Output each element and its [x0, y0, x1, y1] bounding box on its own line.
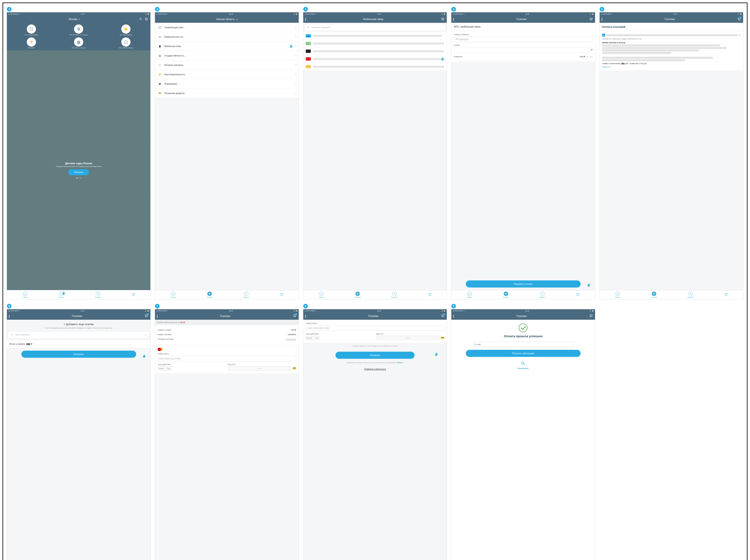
tab-payments[interactable]: Платежи [355, 291, 360, 298]
banner-pay-button[interactable]: Оплатить [68, 169, 89, 175]
tab-payments[interactable]: Платежи [651, 291, 657, 298]
search-icon[interactable] [139, 17, 142, 21]
provider-row[interactable] [303, 47, 447, 55]
checkbox[interactable]: ✓ [602, 34, 605, 37]
cancel-link[interactable]: Отменить и вернуться [364, 368, 386, 370]
tab-home[interactable]: Главное [22, 291, 28, 298]
tab-payments[interactable]: Платежи [206, 291, 213, 298]
tab-bar: Главное Платежи Профиль Еще [7, 290, 151, 299]
edit-link[interactable]: изменить [602, 66, 610, 68]
search-input[interactable]: Например, Водоканал [305, 24, 445, 30]
screen-5: ••ılMTS RUSᯤ13:25⚡▮▯ Платежи1 Оплата пла… [599, 12, 743, 299]
screen-8: ••ılMTS RUSᯤ13:28⚡▮▯ Платежи1 Номер карт… [303, 309, 447, 560]
provider-tile[interactable]: ☀️ООО «МособлЕИРЦ» [103, 24, 149, 36]
cart-icon[interactable] [589, 17, 593, 22]
pay-button[interactable]: Оплатить [21, 351, 136, 358]
search-company-input[interactable]: Найти компанию...ⓧ [8, 332, 149, 338]
total-row: Итого к оплате: ▮▮▮ ₽ [7, 340, 151, 348]
cart-icon[interactable]: 1 [293, 314, 297, 318]
provider-row[interactable] [303, 32, 447, 40]
category-row[interactable]: Управляющие комп... [155, 23, 298, 32]
phone-input[interactable]: +7 ▮▮▮▮▮▮▮▮ [454, 36, 592, 42]
region-picker[interactable]: Омская область [216, 18, 238, 21]
year-input[interactable]: Год [166, 366, 171, 371]
provider-row[interactable] [303, 40, 447, 47]
amount-input[interactable] [454, 47, 590, 53]
cart-icon[interactable] [589, 314, 593, 318]
provider-row[interactable] [303, 63, 447, 70]
tab-profile[interactable]: Профиль [688, 291, 694, 298]
tab-home[interactable]: Главное [318, 291, 324, 298]
provider-row[interactable] [303, 55, 447, 63]
promo-banner: Детские сады России Теперь для оплаты до… [7, 50, 151, 290]
header: Москва [7, 16, 151, 23]
tab-payments[interactable]: Платежи [503, 291, 509, 298]
tab-more[interactable]: Еще [132, 293, 135, 296]
add-payment-button[interactable]: + Добавить еще платеж [10, 323, 147, 326]
provider-tile[interactable]: ООО «ИЭК ЖилСервис» [103, 37, 149, 49]
provider-tile[interactable]: 🏛️МУП «РЦ» г. о. Мытищи [56, 37, 101, 49]
provider-tile[interactable]: 🛡️МУП «ИРЦ ЖКХ» Г.О. Подольск [56, 24, 101, 36]
card-back-icon: 💳 [441, 336, 444, 339]
provider-tile[interactable]: ✆Ростелеком [8, 37, 54, 49]
category-row[interactable]: 🎓Образование [155, 79, 298, 89]
category-row[interactable]: 💳Погашение кредитов [155, 89, 298, 98]
provider-tile[interactable]: ООО «МонАрх-Сервис» [8, 24, 54, 36]
tab-profile[interactable]: Профиль [243, 291, 249, 298]
tab-profile[interactable]: Профиль [539, 291, 546, 298]
region-picker[interactable]: Москва [69, 18, 79, 21]
category-row[interactable]: 🛒Интернет-магазины [155, 60, 298, 70]
email-input[interactable] [473, 341, 573, 347]
tab-home[interactable]: Главное [467, 291, 472, 298]
cart-icon[interactable] [144, 17, 148, 22]
screen-6: ••ılMTS RUSᯤ13:27⚡▮▯ Платежи1 + Добавить… [7, 309, 151, 560]
screen-4: ••ılMTS RUSᯤ13:23⚡▮▯ Платежи МТС, мобиль… [451, 12, 595, 299]
delete-icon[interactable]: 🗑 [739, 34, 741, 36]
category-row[interactable]: 📱Мобильная связь [155, 42, 298, 51]
tab-home[interactable]: Главное [171, 291, 176, 298]
tab-more[interactable]: Еще [576, 293, 579, 296]
tab-more[interactable]: Еще [280, 293, 283, 296]
cart-icon[interactable]: 1 [441, 314, 445, 318]
tab-home[interactable]: Главное [615, 291, 620, 298]
view-link[interactable]: Посмотреть [518, 367, 529, 369]
cart-icon[interactable]: 1 [737, 17, 741, 22]
success-check-icon [519, 324, 528, 332]
oferta-link[interactable]: оферты [396, 361, 403, 364]
card-back-icon: 💳 [293, 367, 296, 370]
category-row[interactable]: 🏘️Коммунальные слу... [155, 32, 298, 42]
card-number-input[interactable]: ▮▮▮▮ ▮▮▮▮ ▮▮▮▮ ▮▮▮▮ [306, 325, 444, 331]
screen-7: ••ılMTS RUSᯤ13:28⚡▮▯ Платежи1 Успейте вв… [155, 309, 298, 560]
magnifier-icon[interactable] [521, 361, 526, 366]
receipt-button[interactable]: Получить квитанцию [466, 350, 580, 357]
screen-2: ••ılMTS RUSᯤ19:36⚡▮▯ Омская область Упра… [155, 12, 298, 299]
month-input[interactable]: Месяц [306, 336, 313, 340]
cvv-input[interactable]: ••• [228, 366, 292, 371]
card-number-input[interactable]: ▮▮▮▮ ▮▮▮▮ ▮▮▮▮ ▮▮▮▮ [157, 356, 296, 361]
pay-button[interactable]: Оплатить [335, 352, 415, 359]
category-row[interactable]: 🤝Благотворительность [155, 70, 298, 79]
tab-profile[interactable]: Профиль [95, 291, 101, 298]
screen-9: ••ılMTS RUSᯤ13:28⚡▮▯ Платежи Оплата прош… [451, 309, 595, 560]
screen-1: ••ılMTS RUSᯤ13:13⚡▮▯ Москва ООО «МонАрх-… [7, 12, 151, 299]
category-row[interactable]: 🏛️Государственные ус... [155, 51, 298, 60]
proceed-button[interactable]: Перейти к оплате [466, 281, 580, 288]
provider-name: МТС, мобильная связь [454, 25, 592, 28]
screen-3: ••ılMTS RUSᯤ13:15⚡▮▯ Мобильная связь Нап… [303, 12, 447, 299]
cart-icon[interactable]: 1 [144, 314, 148, 318]
tab-more[interactable]: Еще [725, 293, 728, 296]
tab-payments[interactable]: Платежи [58, 291, 64, 298]
status-bar: ••ılMTS RUSᯤ13:13⚡▮▯ [7, 12, 151, 16]
month-input[interactable]: Месяц [157, 366, 165, 371]
tab-profile[interactable]: Профиль [391, 291, 398, 298]
year-input[interactable]: Год [314, 336, 319, 340]
cart-icon[interactable] [441, 17, 445, 22]
tab-more[interactable]: Еще [428, 293, 432, 296]
mastercard-icon [157, 348, 162, 351]
cvv-input[interactable]: ••• [376, 336, 440, 340]
